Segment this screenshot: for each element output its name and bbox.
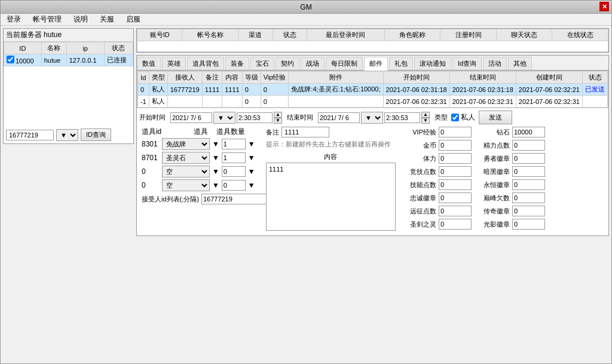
item-id-2: 0 — [142, 167, 160, 176]
tab-id-query[interactable]: Id查询 — [452, 57, 482, 70]
start-time-input[interactable] — [237, 112, 273, 123]
expedition-input[interactable] — [439, 206, 472, 216]
row1-receiver — [167, 96, 202, 108]
accounts-table-section: 账号ID 帐号名称 渠道 状态 最后登录时间 角色昵称 注册时间 聊天状态 在线… — [136, 28, 609, 53]
items-count-col: 道具数量 — [216, 127, 245, 137]
diamond-input[interactable] — [512, 127, 545, 137]
hint-text: 提示：新建邮件先在上方右键新建后再操作 — [266, 140, 391, 148]
eternal-badge-input[interactable] — [512, 179, 545, 190]
row1-remark — [202, 96, 222, 108]
start-date-dropdown[interactable]: ▼ — [213, 112, 235, 124]
loyalty-label: 忠诚徽章 — [400, 194, 436, 203]
end-date-input[interactable] — [318, 112, 360, 123]
server-section: 当前服务器 hutue ID 名称 ip 状态 10000 — [3, 28, 134, 144]
menu-startup[interactable]: 启服 — [123, 13, 144, 26]
hint-row: 提示：新建邮件先在上方右键新建后再操作 — [266, 140, 396, 149]
start-date-input[interactable] — [170, 112, 212, 123]
expedition-label: 远征点数 — [400, 207, 436, 216]
skill-label: 技能点数 — [400, 181, 436, 189]
server-checkbox[interactable] — [7, 56, 14, 63]
mail-col-status: 状态 — [583, 72, 608, 84]
tab-activity[interactable]: 活动 — [483, 57, 507, 70]
end-time-input[interactable] — [384, 112, 420, 123]
tab-scroll[interactable]: 滚动通知 — [414, 57, 451, 70]
diamond-label: 钻石 — [474, 128, 510, 137]
item-row-1: 8701 圣灵石 ▼ ▼ — [142, 152, 261, 164]
acct-col-nickname: 角色昵称 — [384, 29, 440, 41]
private-checkbox[interactable] — [451, 114, 459, 121]
recipients-section: 接受人id列表(;分隔) — [142, 194, 261, 204]
start-time-up[interactable]: ▲ — [274, 112, 282, 118]
mail-table: Id 类型 接收人 备注 内容 等级 Vip经验 附件 开始时间 结束时间 创建 — [137, 71, 608, 108]
end-date-dropdown[interactable]: ▼ — [361, 112, 383, 124]
tab-values[interactable]: 数值 — [137, 57, 161, 70]
vip-input[interactable] — [439, 127, 472, 137]
dark-badge-label: 暗黑徽章 — [474, 167, 510, 176]
gold-input[interactable] — [439, 140, 472, 151]
acct-col-chat: 聊天状态 — [496, 29, 552, 41]
item-name-0[interactable]: 免战牌 — [162, 138, 210, 150]
item-name-3[interactable]: 空 — [162, 179, 210, 191]
remark-input[interactable] — [281, 127, 329, 137]
id-dropdown[interactable]: ▼ — [56, 129, 78, 141]
row0-type: 私人 — [149, 84, 167, 96]
tab-equipment[interactable]: 装备 — [225, 57, 249, 70]
id-input[interactable] — [6, 130, 54, 140]
server-ip: 127.0.0.1 — [66, 54, 104, 66]
send-button[interactable]: 发送 — [479, 111, 512, 124]
item-id-1: 8701 — [142, 154, 160, 162]
left-panel: 当前服务器 hutue ID 名称 ip 状态 10000 — [3, 28, 134, 361]
tab-contract[interactable]: 契约 — [276, 57, 299, 70]
item-count-2[interactable] — [222, 166, 246, 177]
peak-label: 巅峰欠数 — [474, 194, 510, 203]
legend-badge-input[interactable] — [512, 206, 545, 216]
item-count-3[interactable] — [222, 180, 246, 191]
dark-badge-input[interactable] — [512, 166, 545, 177]
menu-account[interactable]: 帐号管理 — [29, 13, 65, 26]
acct-col-last-login: 最后登录时间 — [307, 29, 384, 41]
mail-row-1[interactable]: -1 私人 0 0 2021-07-06 02:32:31 2021-07-06… — [137, 96, 607, 108]
id-query-row: ▼ ID查询 — [4, 126, 133, 143]
item-name-1[interactable]: 圣灵石 — [162, 152, 210, 164]
private-label: 私人 — [461, 112, 475, 123]
tab-daily[interactable]: 每日限制 — [326, 57, 363, 70]
tab-items[interactable]: 道具背包 — [187, 57, 224, 70]
stamina-input[interactable] — [512, 140, 545, 151]
menu-login[interactable]: 登录 — [3, 13, 25, 26]
end-time-down[interactable]: ▼ — [421, 118, 430, 124]
row1-vip: 0 — [261, 96, 289, 108]
tab-hero[interactable]: 英雄 — [162, 57, 186, 70]
peak-input[interactable] — [512, 192, 545, 203]
item-name-2[interactable]: 空 — [162, 166, 210, 178]
holy-sword-input[interactable] — [439, 219, 472, 230]
menu-shutdown[interactable]: 关服 — [96, 13, 118, 26]
item-count-1[interactable] — [222, 152, 246, 163]
brave-badge-input[interactable] — [512, 153, 545, 164]
tab-gems[interactable]: 宝石 — [250, 57, 274, 70]
mail-row-0[interactable]: 0 私人 16777219 1111 1111 0 0 免战牌:4;圣灵石:1;… — [137, 84, 607, 96]
right-panel: 账号ID 帐号名称 渠道 状态 最后登录时间 角色昵称 注册时间 聊天状态 在线… — [136, 28, 609, 361]
arena-input[interactable] — [439, 166, 472, 177]
tab-other[interactable]: 其他 — [508, 57, 532, 70]
private-checkbox-label[interactable]: 私人 — [451, 112, 475, 123]
menu-help[interactable]: 说明 — [70, 13, 91, 26]
start-time-down[interactable]: ▼ — [274, 118, 282, 124]
row0-attachment: 免战牌:4;圣灵石:1;钻石:10000; — [289, 84, 383, 96]
content-textarea[interactable]: 1111 — [266, 163, 396, 231]
tab-gift[interactable]: 礼包 — [389, 57, 413, 70]
brave-badge-label: 勇者徽章 — [474, 154, 510, 163]
end-datetime: ▼ ▲ ▼ — [318, 112, 430, 124]
skill-input[interactable] — [439, 179, 472, 190]
query-button[interactable]: ID查询 — [81, 129, 111, 141]
physical-input[interactable] — [439, 153, 472, 164]
item-count-0[interactable] — [222, 139, 246, 149]
tab-mail[interactable]: 邮件 — [364, 57, 388, 71]
server-row[interactable]: 10000 hutue 127.0.0.1 已连接 — [4, 54, 133, 66]
tab-battlefield[interactable]: 战场 — [301, 57, 325, 70]
item-count-arrow-0: ▼ — [248, 140, 255, 148]
loyalty-input[interactable] — [439, 192, 472, 203]
shadow-badge-input[interactable] — [512, 219, 545, 230]
col-status: 状态 — [104, 42, 133, 54]
end-time-up[interactable]: ▲ — [421, 112, 430, 118]
close-button[interactable]: ✕ — [599, 2, 609, 11]
